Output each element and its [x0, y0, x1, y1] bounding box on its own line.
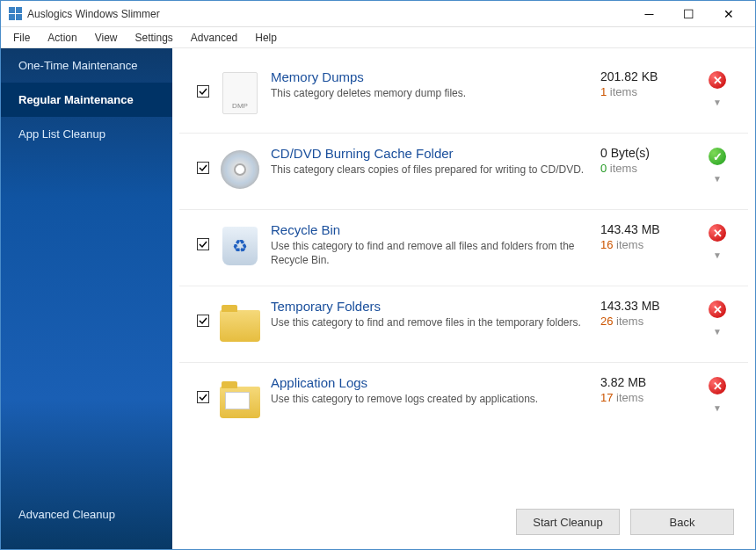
footer: Start Cleanup Back — [172, 495, 755, 549]
error-icon: ✕ — [709, 71, 726, 89]
menu-view[interactable]: View — [86, 30, 127, 46]
error-icon: ✕ — [709, 300, 726, 318]
category-size: 3.82 MB — [600, 375, 697, 389]
chevron-down-icon[interactable]: ▼ — [713, 98, 722, 107]
category-title[interactable]: Application Logs — [271, 375, 592, 390]
category-size: 201.82 KB — [600, 69, 697, 83]
chevron-down-icon[interactable]: ▼ — [713, 327, 722, 337]
category-description: This category deletes memory dump files. — [271, 87, 592, 101]
window-controls: ─ ☐ ✕ — [629, 2, 748, 26]
titlebar: Auslogics Windows Slimmer ─ ☐ ✕ — [1, 1, 755, 27]
category-size: 143.43 MB — [600, 222, 697, 236]
category-row: Application LogsUse this category to rem… — [179, 363, 748, 438]
folder2-icon — [216, 375, 264, 423]
file-icon — [216, 69, 264, 117]
category-title[interactable]: Temporary Folders — [271, 299, 592, 314]
category-description: Use this category to find and remove fil… — [271, 316, 592, 330]
category-checkbox[interactable] — [197, 162, 209, 174]
category-description: Use this category to find and remove all… — [271, 240, 592, 267]
category-description: Use this category to remove logs created… — [271, 393, 592, 407]
category-title[interactable]: Memory Dumps — [271, 69, 592, 84]
menu-file[interactable]: File — [4, 30, 39, 46]
category-description: This category clears copies of files pre… — [271, 163, 592, 177]
menu-action[interactable]: Action — [39, 30, 85, 46]
bin-icon — [216, 222, 264, 270]
sidebar-item-app-list[interactable]: App List Cleanup — [1, 117, 172, 151]
category-row: Memory DumpsThis category deletes memory… — [179, 57, 748, 134]
category-row: CD/DVD Burning Cache FolderThis category… — [179, 134, 748, 210]
app-icon — [8, 7, 22, 21]
sidebar-item-one-time[interactable]: One-Time Maintenance — [1, 48, 172, 83]
folder-icon — [216, 299, 264, 346]
cd-icon — [216, 146, 264, 193]
start-cleanup-button[interactable]: Start Cleanup — [516, 509, 620, 535]
sidebar-advanced-cleanup[interactable]: Advanced Cleanup — [1, 494, 172, 549]
chevron-down-icon[interactable]: ▼ — [713, 403, 722, 413]
category-list: Memory DumpsThis category deletes memory… — [172, 48, 755, 495]
category-row: Recycle BinUse this category to find and… — [179, 210, 748, 286]
window-title: Auslogics Windows Slimmer — [27, 8, 629, 20]
menu-advanced[interactable]: Advanced — [182, 30, 246, 46]
category-items: 17 items — [600, 391, 697, 404]
menubar: File Action View Settings Advanced Help — [1, 27, 755, 48]
back-button[interactable]: Back — [630, 509, 734, 535]
category-title[interactable]: Recycle Bin — [271, 222, 592, 237]
category-items: 26 items — [600, 315, 697, 328]
category-title[interactable]: CD/DVD Burning Cache Folder — [271, 146, 592, 161]
category-items: 1 items — [600, 85, 697, 98]
category-checkbox[interactable] — [197, 315, 209, 327]
menu-help[interactable]: Help — [246, 30, 286, 46]
category-checkbox[interactable] — [197, 238, 209, 250]
error-icon: ✕ — [709, 377, 726, 394]
sidebar-item-regular[interactable]: Regular Maintenance — [1, 83, 172, 117]
menu-settings[interactable]: Settings — [127, 30, 182, 46]
category-items: 16 items — [600, 238, 697, 251]
category-row: Temporary FoldersUse this category to fi… — [179, 286, 748, 363]
close-button[interactable]: ✕ — [709, 2, 748, 26]
category-items: 0 items — [600, 162, 697, 175]
sidebar: One-Time Maintenance Regular Maintenance… — [1, 48, 172, 549]
chevron-down-icon[interactable]: ▼ — [713, 174, 722, 184]
category-checkbox[interactable] — [197, 85, 209, 98]
error-icon: ✕ — [709, 224, 726, 242]
category-checkbox[interactable] — [197, 391, 209, 403]
category-size: 0 Byte(s) — [600, 146, 697, 160]
category-size: 143.33 MB — [600, 299, 697, 313]
minimize-button[interactable]: ─ — [629, 2, 669, 26]
maximize-button[interactable]: ☐ — [669, 2, 709, 26]
chevron-down-icon[interactable]: ▼ — [713, 250, 722, 260]
check-icon: ✓ — [709, 148, 726, 165]
main-panel: Memory DumpsThis category deletes memory… — [172, 48, 755, 549]
